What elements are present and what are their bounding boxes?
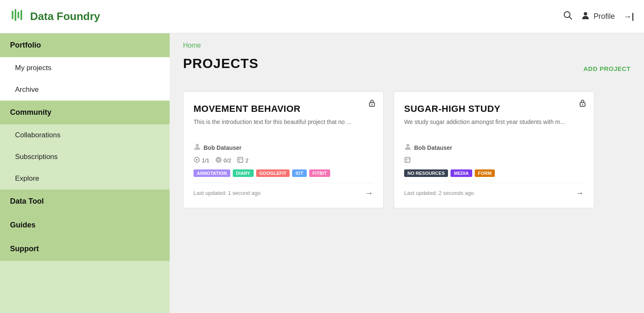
stat-icon-resources-1 [237, 156, 244, 164]
sidebar-item-my-projects[interactable]: My projects [0, 57, 170, 79]
tag-fitbit: FITBIT [309, 169, 330, 177]
svg-point-19 [407, 144, 410, 147]
card-author-1: Bob Datauser [193, 143, 373, 152]
stat-resources-1: 2 [237, 156, 248, 164]
svg-point-18 [582, 104, 583, 106]
stat-icon-tasks-1 [193, 156, 200, 164]
stat-icon-no-resources-2 [404, 156, 411, 164]
last-updated-2: Last updated: 2 seconds ago [404, 190, 474, 196]
card-author-2: Bob Datauser [404, 143, 584, 152]
project-card-movement-behavior: MOVEMENT BEHAVIOR This is the introducti… [183, 91, 384, 208]
card-description-1: This is the introduction text for this b… [193, 119, 373, 137]
sidebar-item-portfolio[interactable]: Portfolio [0, 33, 170, 57]
card-description-2: We study sugar addiction amongst first y… [404, 119, 584, 137]
tag-form: FORM [475, 169, 495, 177]
card-title-1: MOVEMENT BEHAVIOR [193, 103, 373, 114]
sidebar-item-guides[interactable]: Guides [0, 213, 170, 237]
svg-point-8 [372, 104, 373, 106]
breadcrumb[interactable]: Home [183, 42, 631, 49]
search-button[interactable] [563, 11, 573, 23]
title-row: PROJECTS ADD PROJECT [183, 56, 631, 81]
svg-line-5 [570, 17, 572, 19]
tag-diary: DIARY [233, 169, 254, 177]
logo-icon [10, 8, 25, 25]
svg-rect-14 [238, 157, 243, 162]
header: Data Foundry Profile →| [0, 0, 644, 33]
card-stats-2 [404, 156, 584, 164]
svg-point-12 [216, 157, 221, 162]
card-footer-2: Last updated: 2 seconds ago → [404, 183, 584, 198]
svg-rect-2 [18, 12, 19, 18]
logo-area[interactable]: Data Foundry [10, 8, 100, 25]
tag-annotation: ANNOTATION [193, 169, 230, 177]
svg-rect-3 [20, 10, 22, 20]
sidebar-item-support[interactable]: Support [0, 237, 170, 261]
stat-value-members-1: 0/2 [224, 157, 231, 164]
add-project-button[interactable]: ADD PROJECT [583, 65, 631, 72]
lock-icon-2 [578, 98, 587, 110]
logout-icon[interactable]: →| [623, 12, 634, 21]
sidebar-item-collaborations[interactable]: Collaborations [0, 124, 170, 146]
profile-label: Profile [593, 12, 615, 21]
svg-rect-0 [12, 11, 13, 19]
svg-point-11 [196, 159, 198, 161]
sidebar-item-explore[interactable]: Explore [0, 168, 170, 189]
project-card-sugar-high: SUGAR-HIGH STUDY We study sugar addictio… [394, 91, 594, 208]
header-right: Profile →| [563, 11, 634, 23]
author-icon-2 [404, 143, 412, 152]
author-name-1: Bob Datauser [204, 144, 242, 151]
svg-point-9 [196, 144, 199, 147]
stat-no-resources-2 [404, 156, 411, 164]
tags-row-1: ANNOTATION DIARY GOOGLEFIT IOT FITBIT [193, 169, 373, 177]
main-content: Home PROJECTS ADD PROJECT MOVEMENT BEHAV… [170, 33, 644, 313]
author-icon-1 [193, 143, 201, 152]
stat-value-resources-1: 2 [245, 157, 248, 164]
card-footer-1: Last updated: 1 second ago → [193, 183, 373, 198]
projects-list: MOVEMENT BEHAVIOR This is the introducti… [183, 91, 631, 208]
last-updated-1: Last updated: 1 second ago [193, 190, 260, 196]
stat-tasks-1: 1/1 [193, 156, 209, 164]
tag-iot: IOT [292, 169, 306, 177]
page-title: PROJECTS [183, 56, 258, 71]
person-icon [581, 11, 590, 23]
card-stats-1: 1/1 0/2 [193, 156, 373, 164]
sidebar-item-community[interactable]: Community [0, 101, 170, 124]
stat-icon-members-1 [215, 156, 222, 164]
svg-point-13 [217, 159, 220, 161]
tag-media: MEDIA [451, 169, 472, 177]
stat-value-tasks-1: 1/1 [202, 157, 209, 164]
sidebar-item-subscriptions[interactable]: Subscriptions [0, 146, 170, 168]
navigate-button-1[interactable]: → [365, 188, 373, 198]
body-layout: Portfolio My projects Archive Community … [0, 33, 644, 313]
lock-icon-1 [367, 98, 377, 110]
card-title-2: SUGAR-HIGH STUDY [404, 103, 584, 114]
tag-googlefit: GOOGLEFIT [256, 169, 290, 177]
tags-row-2: NO RESOURCES MEDIA FORM [404, 169, 584, 177]
svg-point-6 [584, 12, 587, 15]
author-name-2: Bob Datauser [414, 144, 452, 151]
logo-text: Data Foundry [30, 10, 100, 23]
profile-area[interactable]: Profile [581, 11, 615, 23]
sidebar-item-data-tool[interactable]: Data Tool [0, 189, 170, 213]
sidebar-item-archive[interactable]: Archive [0, 79, 170, 101]
svg-rect-1 [15, 9, 16, 21]
svg-rect-20 [405, 157, 410, 162]
sidebar: Portfolio My projects Archive Community … [0, 33, 170, 313]
navigate-button-2[interactable]: → [575, 188, 584, 198]
tag-no-resources: NO RESOURCES [404, 169, 448, 177]
stat-members-1: 0/2 [215, 156, 231, 164]
